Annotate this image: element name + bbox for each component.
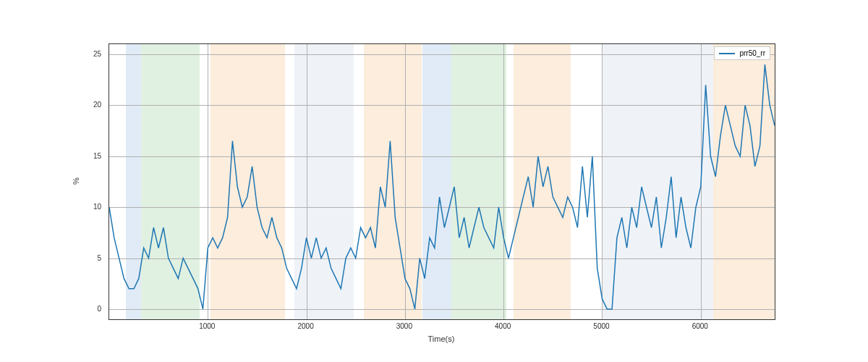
x-tick-label: 6000 bbox=[692, 322, 708, 330]
x-tick-label: 1000 bbox=[199, 322, 215, 330]
y-tick-label: 10 bbox=[93, 203, 101, 211]
x-tick-label: 5000 bbox=[593, 322, 609, 330]
legend: prr50_rr bbox=[714, 46, 770, 60]
legend-label: prr50_rr bbox=[739, 49, 765, 57]
y-tick-label: 20 bbox=[93, 101, 101, 109]
y-tick-label: 25 bbox=[93, 50, 101, 58]
y-axis-label: % bbox=[72, 177, 80, 185]
y-tick-label: 15 bbox=[93, 151, 101, 159]
legend-line-icon bbox=[719, 53, 735, 54]
chart-container: 100020003000400050006000 0510152025 Time… bbox=[0, 0, 868, 362]
x-tick-label: 4000 bbox=[495, 322, 511, 330]
y-tick-label: 0 bbox=[97, 304, 101, 312]
x-axis-label: Time(s) bbox=[428, 334, 455, 343]
x-tick-label: 2000 bbox=[297, 322, 313, 330]
plot-area bbox=[109, 43, 775, 320]
y-tick-label: 5 bbox=[97, 253, 101, 261]
line-path bbox=[109, 64, 775, 309]
line-series bbox=[109, 44, 775, 319]
x-tick-label: 3000 bbox=[396, 322, 412, 330]
